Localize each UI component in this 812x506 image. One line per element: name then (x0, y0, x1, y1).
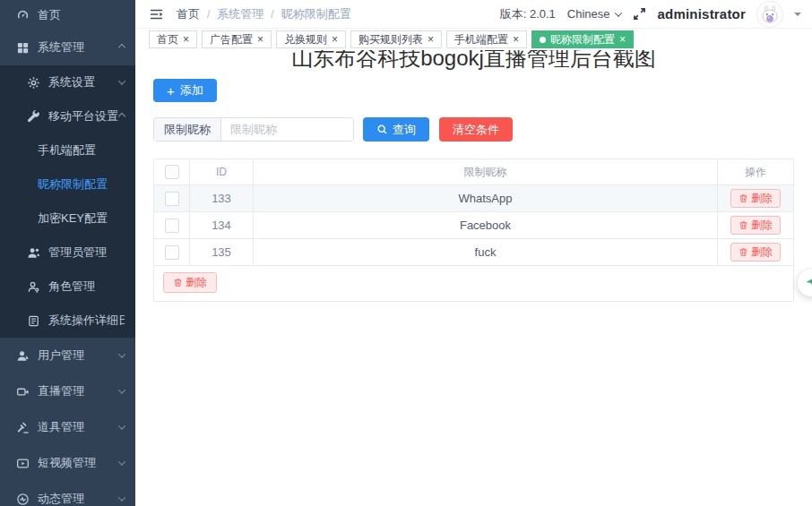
sidebar-item[interactable]: 动态管理 (0, 481, 135, 506)
breadcrumb-item[interactable]: 系统管理 (217, 6, 263, 22)
close-icon[interactable]: × (183, 34, 189, 45)
delete-button[interactable]: 删除 (730, 243, 781, 262)
sidebar-item[interactable]: 移动平台设置 (0, 99, 135, 133)
nickname-filter-input[interactable] (221, 118, 353, 141)
sidebar-item-label: 直播管理 (38, 383, 119, 399)
close-icon[interactable]: × (257, 34, 263, 45)
sidebar-item-label: 系统操作详细日志 (48, 313, 125, 329)
sidebar-item[interactable]: 用户管理 (0, 338, 135, 373)
sidebar-fold-icon[interactable] (149, 8, 164, 21)
close-icon[interactable]: × (428, 34, 434, 45)
tab-label: 手机端配置 (454, 32, 508, 47)
cell-action: 删除 (718, 239, 793, 265)
chevron-down-icon (614, 9, 621, 16)
row-checkbox-cell (154, 212, 190, 238)
cell-nickname: Facebook (254, 212, 718, 238)
sidebar-item[interactable]: 直播管理 (0, 373, 135, 409)
header-checkbox-cell (154, 159, 190, 184)
page-content: 山东布谷科技bogokj直播管理后台截图 + 添加 限制昵称 查询 清空条件 (135, 50, 812, 506)
sidebar-item-label: 系统管理 (38, 39, 119, 56)
sidebar-item-label: 短视频管理 (38, 455, 119, 471)
plus-icon: + (167, 84, 175, 98)
sidebar-item[interactable]: 短视频管理 (0, 445, 135, 481)
tab-label: 购买规则列表 (358, 32, 423, 47)
breadcrumb-separator: / (271, 8, 273, 21)
role-icon (27, 280, 40, 294)
close-icon[interactable]: × (332, 34, 338, 45)
top-header: 首页/系统管理/昵称限制配置 版本: 2.0.1 Chinese adminis… (135, 0, 812, 29)
tab-item[interactable]: 购买规则列表× (350, 30, 442, 48)
breadcrumb-item[interactable]: 首页 (177, 6, 200, 22)
sidebar-item[interactable]: 首页 (0, 0, 135, 30)
query-button[interactable]: 查询 (363, 117, 429, 142)
tab-item[interactable]: 首页× (149, 30, 197, 48)
cell-action: 删除 (718, 212, 793, 238)
sidebar-item-label: 系统设置 (48, 74, 119, 90)
tab-label: 昵称限制配置 (550, 32, 615, 47)
trash-icon (173, 278, 183, 287)
tab-item[interactable]: 手机端配置× (446, 30, 527, 48)
main-area: 首页/系统管理/昵称限制配置 版本: 2.0.1 Chinese adminis… (135, 0, 812, 506)
sidebar-item-label: 昵称限制配置 (38, 176, 125, 193)
sidebar-item[interactable]: 加密KEY配置 (0, 202, 135, 236)
row-checkbox[interactable] (165, 219, 179, 233)
tab-item[interactable]: 兑换规则× (276, 30, 346, 48)
chevron-down-icon (118, 77, 125, 84)
wrench-icon (27, 110, 40, 124)
language-select[interactable]: Chinese (567, 7, 621, 21)
user-menu-caret-icon[interactable] (794, 13, 801, 20)
table-row: 133WhatsApp删除 (154, 185, 793, 212)
close-icon[interactable]: × (619, 34, 626, 45)
bulk-delete-button[interactable]: 删除 (163, 272, 217, 293)
paper-plane-icon (805, 275, 812, 291)
cell-id: 133 (190, 185, 254, 211)
delete-button-label: 删除 (751, 191, 773, 206)
row-checkbox[interactable] (165, 245, 179, 260)
trash-icon (739, 220, 748, 230)
sidebar-item-label: 用户管理 (38, 347, 119, 364)
tab-bar: 首页×广告配置×兑换规则×购买规则列表×手机端配置×昵称限制配置× (135, 29, 812, 50)
delete-button[interactable]: 删除 (730, 216, 781, 235)
add-button[interactable]: + 添加 (153, 79, 217, 102)
sidebar: 首页系统管理系统设置移动平台设置手机端配置昵称限制配置加密KEY配置管理员管理角… (0, 0, 135, 506)
tab-label: 兑换规则 (284, 32, 327, 47)
fullscreen-icon[interactable] (633, 7, 646, 21)
filter-bar: 限制昵称 查询 清空条件 (153, 117, 794, 142)
sidebar-item[interactable]: 道具管理 (0, 409, 135, 445)
sidebar-item-label: 动态管理 (38, 491, 119, 506)
table-row: 134Facebook删除 (154, 212, 793, 239)
sidebar-item[interactable]: 手机端配置 (0, 133, 135, 167)
moments-icon (16, 493, 30, 506)
table-header-row: ID 限制昵称 操作 (154, 159, 793, 185)
clear-button[interactable]: 清空条件 (439, 117, 513, 142)
row-checkbox-cell (154, 239, 190, 265)
tab-label: 首页 (157, 32, 178, 47)
delete-button[interactable]: 删除 (730, 189, 781, 208)
sidebar-item[interactable]: 角色管理 (0, 270, 135, 304)
tab-item[interactable]: 昵称限制配置× (531, 30, 634, 48)
row-checkbox[interactable] (165, 192, 179, 206)
dashboard-icon (16, 8, 30, 21)
sidebar-item[interactable]: 昵称限制配置 (0, 167, 135, 202)
close-icon[interactable]: × (513, 34, 519, 45)
query-button-label: 查询 (393, 122, 416, 138)
breadcrumb-item: 昵称限制配置 (281, 6, 351, 22)
sidebar-item[interactable]: 系统管理 (0, 30, 135, 65)
sidebar-item-label: 移动平台设置 (48, 108, 119, 124)
sidebar-item-label: 管理员管理 (48, 244, 125, 261)
props-icon (16, 421, 30, 434)
sidebar-item[interactable]: 系统操作详细日志 (0, 304, 135, 338)
admin-icon (27, 246, 40, 260)
delete-button-label: 删除 (751, 244, 773, 260)
breadcrumb-separator: / (207, 8, 210, 21)
chevron-up-icon (118, 44, 125, 51)
select-all-checkbox[interactable] (165, 165, 179, 179)
sidebar-item[interactable]: 系统设置 (0, 65, 135, 99)
tab-item[interactable]: 广告配置× (202, 30, 272, 48)
sidebar-item-label: 加密KEY配置 (38, 210, 125, 227)
gear-icon (27, 76, 40, 90)
sidebar-item[interactable]: 管理员管理 (0, 236, 135, 270)
nickname-table: ID 限制昵称 操作 133WhatsApp删除134Facebook删除135… (153, 159, 794, 302)
cell-action: 删除 (718, 185, 793, 211)
avatar[interactable] (757, 2, 782, 27)
